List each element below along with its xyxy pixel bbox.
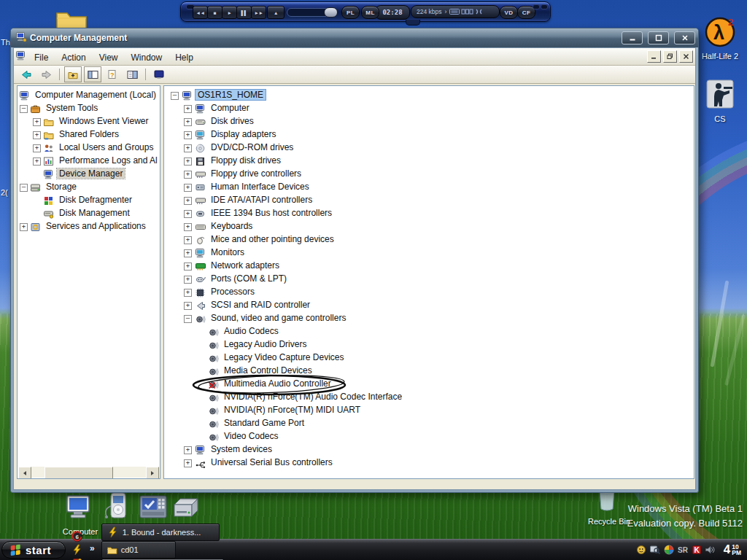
tree-item-legacy-video-capture-devices[interactable]: Legacy Video Capture Devices xyxy=(165,351,693,365)
tree-item-label[interactable]: Floppy disk drives xyxy=(209,155,283,166)
expand-toggle[interactable]: + xyxy=(184,171,192,179)
tree-item-keyboards[interactable]: +Keyboards xyxy=(165,220,693,233)
tree-item-audio-codecs[interactable]: Audio Codecs xyxy=(165,325,693,338)
tree-item-label[interactable]: Device Manager xyxy=(57,168,125,179)
tree-item-label[interactable]: Disk Defragmenter xyxy=(57,195,134,205)
expand-toggle[interactable]: + xyxy=(184,197,192,205)
play-button[interactable]: ► xyxy=(222,6,237,19)
collapse-toggle[interactable]: – xyxy=(184,315,192,323)
tree-item-os1r1s-home[interactable]: –OS1R1S_HOME xyxy=(165,89,693,102)
tree-item-device-manager[interactable]: Device Manager xyxy=(18,168,159,181)
next-button[interactable]: ►► xyxy=(251,6,266,19)
stop-button[interactable]: ■ xyxy=(207,6,222,19)
tree-item-label[interactable]: Mice and other pointing devices xyxy=(209,234,336,244)
tree-item-label[interactable]: System Tools xyxy=(44,103,100,113)
expand-toggle[interactable]: + xyxy=(184,262,192,271)
collapse-toggle[interactable]: – xyxy=(20,105,28,113)
tree-item-label[interactable]: Multimedia Audio Controller xyxy=(222,378,333,389)
tray-pinwheel-icon[interactable] xyxy=(664,545,675,555)
tree-item-label[interactable]: Legacy Video Capture Devices xyxy=(222,352,347,362)
ml-button[interactable]: ML xyxy=(361,6,379,19)
menu-help[interactable]: Help xyxy=(169,51,200,64)
tree-item-label[interactable]: Network adapters xyxy=(209,260,282,271)
tree-item-label[interactable]: Human Interface Devices xyxy=(209,182,311,192)
menu-action[interactable]: Action xyxy=(55,51,92,64)
tree-item-label[interactable]: Video Codecs xyxy=(222,431,281,441)
tree-item-label[interactable]: Performance Logs and Al xyxy=(57,155,160,166)
mdi-close-button[interactable] xyxy=(679,50,693,63)
taskbar-clock[interactable]: 4 10 PM xyxy=(724,542,741,557)
expand-toggle[interactable]: + xyxy=(184,158,192,166)
desktop-icon-half-life-2[interactable]: λ2Half-Life 2 xyxy=(701,16,739,61)
seek-slider[interactable] xyxy=(287,8,336,17)
expand-toggle[interactable]: + xyxy=(184,210,192,218)
tree-item-scsi-and-raid-controller[interactable]: +SCSI and RAID controller xyxy=(165,299,693,312)
menu-view[interactable]: View xyxy=(93,51,125,64)
up-one-level-button[interactable] xyxy=(64,66,82,82)
tree-item-label[interactable]: NVIDIA(R) nForce(TM) MIDI UART xyxy=(222,405,363,415)
expand-toggle[interactable]: + xyxy=(33,144,41,152)
tree-item-sound-video-and-game-controllers[interactable]: –Sound, video and game controllers xyxy=(165,312,693,325)
back-button[interactable] xyxy=(18,66,35,82)
desktop-icon-cs[interactable]: CS xyxy=(703,79,738,123)
tree-item-monitors[interactable]: +Monitors xyxy=(165,246,693,260)
expand-toggle[interactable]: + xyxy=(33,118,41,126)
tree-item-ports-com-lpt[interactable]: +Ports (COM & LPT) xyxy=(165,273,693,286)
expand-toggle[interactable]: + xyxy=(184,446,192,454)
collapse-toggle[interactable]: – xyxy=(20,184,28,192)
tray-volume-icon[interactable] xyxy=(705,545,716,555)
expand-toggle[interactable]: + xyxy=(33,158,41,166)
tree-item-label[interactable]: Disk drives xyxy=(209,116,256,126)
menu-file[interactable]: File xyxy=(28,51,55,64)
tree-item-label[interactable]: DVD/CD-ROM drives xyxy=(209,142,295,152)
tree-item-universal-serial-bus-controllers[interactable]: +Universal Serial Bus controllers xyxy=(165,456,693,470)
tree-item-label[interactable]: Disk Management xyxy=(57,208,132,218)
tree-item-label[interactable]: NVIDIA(R) nForce(TM) Audio Codec Interfa… xyxy=(222,392,404,402)
tray-kaspersky-icon[interactable]: K xyxy=(692,545,703,555)
tree-item-standard-game-port[interactable]: Standard Game Port xyxy=(165,417,693,430)
expand-toggle[interactable]: + xyxy=(184,459,192,467)
quick-launch-winamp-lightning-icon[interactable] xyxy=(71,543,84,556)
minimize-button[interactable] xyxy=(622,31,643,44)
tree-item-label[interactable]: Floppy drive controllers xyxy=(209,168,303,179)
tree-item-label[interactable]: Processors xyxy=(209,287,257,297)
device-view-button[interactable] xyxy=(150,66,168,82)
tree-item-performance-logs-and-al[interactable]: +Performance Logs and Al xyxy=(18,155,159,168)
tray-magnifier-icon[interactable] xyxy=(650,545,661,555)
task-button-cd01[interactable]: cd01 xyxy=(101,541,176,559)
pl-button[interactable]: PL xyxy=(341,6,360,19)
show-console-tree-button[interactable] xyxy=(84,66,101,82)
desktop-icon-computer[interactable]: Computer xyxy=(61,491,99,536)
tree-item-label[interactable]: Monitors xyxy=(209,247,247,257)
tree-item-label[interactable]: Media Control Devices xyxy=(222,365,314,376)
tree-item-system-devices[interactable]: +System devices xyxy=(165,443,693,456)
media-player-bar[interactable]: ◄◄■►▌▌►► ▲ 02:28 224 kbps › PLMLVDCF xyxy=(180,1,551,22)
tree-item-label[interactable]: Computer Management (Local) xyxy=(33,90,158,100)
expand-toggle[interactable]: + xyxy=(184,223,192,231)
tree-item-label[interactable]: Ports (COM & LPT) xyxy=(209,273,289,284)
help-button[interactable]: ? xyxy=(104,66,121,82)
tree-item-computer-management-local[interactable]: Computer Management (Local) xyxy=(18,89,159,102)
expand-toggle[interactable]: + xyxy=(184,289,192,297)
scroll-left-button[interactable] xyxy=(18,467,31,479)
tree-item-system-tools[interactable]: –System Tools xyxy=(18,102,159,115)
vd-button[interactable]: VD xyxy=(500,6,518,19)
tree-item-media-control-devices[interactable]: Media Control Devices xyxy=(165,365,693,378)
maximize-button[interactable] xyxy=(648,31,669,44)
tree-item-floppy-disk-drives[interactable]: +Floppy disk drives xyxy=(165,155,693,168)
expand-toggle[interactable]: + xyxy=(184,184,192,192)
tree-item-label[interactable]: Sound, video and game controllers xyxy=(209,313,348,323)
expand-toggle[interactable]: + xyxy=(20,223,28,231)
mdi-restore-button[interactable] xyxy=(663,50,677,63)
tree-item-label[interactable]: IEEE 1394 Bus host controllers xyxy=(209,208,334,218)
tree-item-label[interactable]: Audio Codecs xyxy=(222,326,281,336)
show-action-pane-button[interactable] xyxy=(123,66,141,82)
tree-item-computer[interactable]: +Computer xyxy=(165,102,693,115)
expand-toggle[interactable]: + xyxy=(184,131,192,139)
tree-item-storage[interactable]: –Storage xyxy=(18,181,159,194)
tray-helper-icon[interactable] xyxy=(636,545,647,555)
eject-button[interactable]: ▲ xyxy=(267,6,285,19)
tree-item-label[interactable]: Legacy Audio Drivers xyxy=(222,339,309,349)
tree-item-ieee-1394-bus-host-controllers[interactable]: +IEEE 1394 Bus host controllers xyxy=(165,207,693,220)
tree-item-nvidia-r-nforce-tm-midi-uart[interactable]: NVIDIA(R) nForce(TM) MIDI UART xyxy=(165,404,693,417)
